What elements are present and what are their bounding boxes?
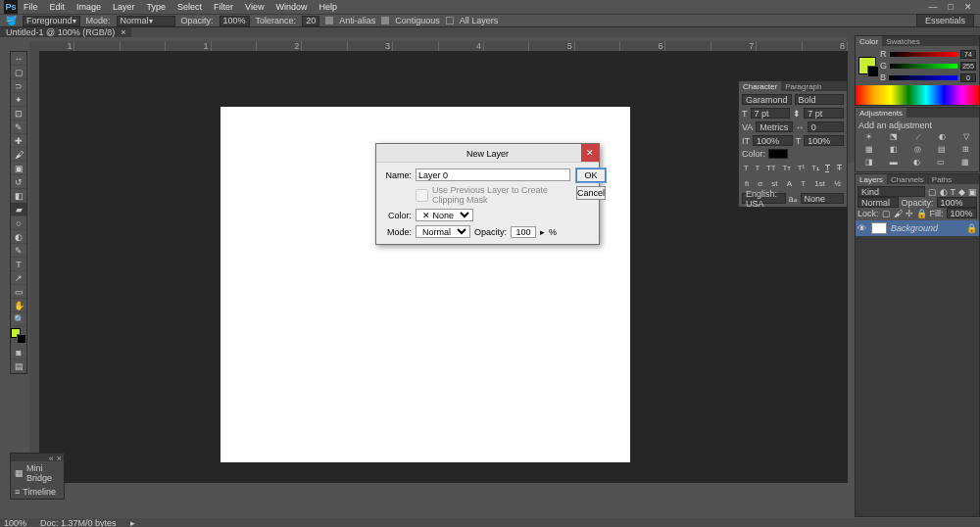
antialias-checkbox[interactable] bbox=[325, 17, 333, 24]
tab-swatches[interactable]: Swatches bbox=[882, 36, 924, 46]
tab-layers[interactable]: Layers bbox=[856, 174, 887, 184]
move-tool[interactable]: ↔ bbox=[11, 52, 26, 66]
adj-brightness-icon[interactable]: ☀ bbox=[865, 132, 872, 141]
layer-opacity-input[interactable] bbox=[511, 226, 536, 238]
adj-exposure-icon[interactable]: ◐ bbox=[939, 132, 946, 141]
filter-img-icon[interactable]: ▢ bbox=[928, 187, 937, 197]
dodge-tool[interactable]: ◐ bbox=[11, 230, 26, 244]
opacity-stepper[interactable]: ▸ bbox=[540, 227, 545, 237]
history-brush-tool[interactable]: ↺ bbox=[11, 175, 26, 189]
contiguous-checkbox[interactable] bbox=[381, 17, 389, 24]
menu-type[interactable]: Type bbox=[147, 2, 167, 12]
layer-lock-icon[interactable]: 🔒 bbox=[966, 223, 977, 233]
color-swatches[interactable] bbox=[11, 328, 26, 344]
char-color-swatch[interactable] bbox=[768, 149, 788, 159]
document-tab[interactable]: Untitled-1 @ 100% (RGB/8) × bbox=[0, 27, 131, 37]
adj-invert-icon[interactable]: ◨ bbox=[865, 158, 873, 167]
path-tool[interactable]: ↗ bbox=[11, 271, 26, 285]
tracking-dropdown[interactable]: 0 bbox=[808, 121, 844, 132]
shape-tool[interactable]: ▭ bbox=[11, 285, 26, 299]
menu-view[interactable]: View bbox=[245, 2, 264, 12]
eyedropper-tool[interactable]: ✎ bbox=[11, 120, 26, 134]
doc-info-arrow[interactable]: ▸ bbox=[130, 518, 135, 528]
aa-dropdown[interactable]: None bbox=[801, 193, 845, 204]
pen-tool[interactable]: ✎ bbox=[11, 244, 26, 258]
doc-info[interactable]: Doc: 1.37M/0 bytes bbox=[40, 518, 117, 528]
font-style-dropdown[interactable]: Bold bbox=[795, 94, 844, 105]
fill-field[interactable]: 100% bbox=[947, 208, 977, 218]
menu-window[interactable]: Window bbox=[275, 2, 307, 12]
underline-icon[interactable]: T̲ bbox=[825, 164, 830, 172]
bucket-icon[interactable]: 🪣 bbox=[6, 16, 17, 25]
alllayers-checkbox[interactable] bbox=[446, 17, 454, 24]
adj-vibrance-icon[interactable]: ▽ bbox=[963, 132, 969, 141]
vscale-field[interactable]: 100% bbox=[753, 135, 793, 146]
color-ramp[interactable] bbox=[856, 85, 979, 105]
bg-swatch[interactable] bbox=[867, 66, 879, 77]
layer-name[interactable]: Background bbox=[891, 223, 938, 233]
sub-icon[interactable]: T₁ bbox=[811, 164, 819, 172]
adj-thresh-icon[interactable]: ◐ bbox=[913, 158, 920, 167]
tab-close-icon[interactable]: × bbox=[121, 27, 125, 37]
adj-poster-icon[interactable]: ▬ bbox=[890, 158, 898, 167]
adj-select-icon[interactable]: ▦ bbox=[961, 158, 969, 167]
menu-file[interactable]: File bbox=[24, 2, 38, 12]
fg-swatch[interactable] bbox=[858, 57, 876, 74]
font-size-dropdown[interactable]: 7 pt bbox=[751, 108, 791, 119]
g-value[interactable]: 255 bbox=[960, 62, 976, 71]
bold-icon[interactable]: T bbox=[744, 164, 749, 172]
bucket-tool[interactable]: ▰ bbox=[11, 203, 26, 216]
adj-lookup-icon[interactable]: ⊞ bbox=[962, 145, 969, 154]
collapsed-panel-strip[interactable] bbox=[848, 35, 855, 163]
close-icon[interactable]: ✕ bbox=[962, 2, 974, 12]
lasso-tool[interactable]: ⊃ bbox=[11, 79, 26, 93]
menu-layer[interactable]: Layer bbox=[113, 2, 135, 12]
smallcaps-icon[interactable]: Tт bbox=[782, 164, 791, 172]
lock-pixels-icon[interactable]: 🖌 bbox=[894, 209, 903, 218]
stamp-tool[interactable]: ▣ bbox=[11, 162, 26, 175]
caps-icon[interactable]: TT bbox=[766, 164, 776, 172]
layer-color-dropdown[interactable]: ✕ None bbox=[416, 209, 473, 221]
hscale-field[interactable]: 100% bbox=[804, 135, 844, 146]
dialog-close-button[interactable]: ✕ bbox=[581, 144, 599, 162]
adj-map-icon[interactable]: ▭ bbox=[937, 158, 945, 167]
lock-trans-icon[interactable]: ▢ bbox=[882, 209, 891, 218]
tab-adjustments[interactable]: Adjustments bbox=[856, 108, 906, 118]
cancel-button[interactable]: Cancel bbox=[576, 186, 606, 200]
adj-levels-icon[interactable]: ⬔ bbox=[890, 132, 898, 141]
menu-select[interactable]: Select bbox=[177, 2, 202, 12]
workspace-switcher[interactable]: Essentials bbox=[916, 14, 974, 27]
layer-name-input[interactable] bbox=[416, 168, 570, 181]
tab-character[interactable]: Character bbox=[739, 81, 781, 91]
maximize-icon[interactable]: □ bbox=[945, 2, 956, 12]
strike-icon[interactable]: T̶ bbox=[837, 164, 842, 172]
mini-bridge-tab[interactable]: ▦Mini Bridge bbox=[11, 461, 64, 485]
lock-all-icon[interactable]: 🔒 bbox=[916, 209, 927, 218]
brush-tool[interactable]: 🖌 bbox=[11, 148, 26, 162]
r-value[interactable]: 74 bbox=[960, 50, 976, 59]
timeline-tab[interactable]: ≡Timeline bbox=[11, 485, 64, 499]
layer-row[interactable]: 👁 Background 🔒 bbox=[856, 220, 979, 236]
leading-dropdown[interactable]: 7 pt bbox=[804, 108, 844, 119]
zoom-tool[interactable]: 🔍 bbox=[11, 312, 26, 326]
fill-source-dropdown[interactable]: Foreground ▾ bbox=[23, 16, 80, 26]
tolerance-field[interactable]: 20 bbox=[302, 16, 319, 26]
opacity-field[interactable]: 100% bbox=[220, 16, 250, 26]
r-slider[interactable] bbox=[890, 52, 958, 57]
tab-color[interactable]: Color bbox=[856, 36, 882, 46]
kerning-dropdown[interactable]: Metrics bbox=[756, 121, 792, 132]
wand-tool[interactable]: ✦ bbox=[11, 93, 26, 107]
blur-tool[interactable]: ○ bbox=[11, 216, 26, 230]
eraser-tool[interactable]: ◧ bbox=[11, 189, 26, 203]
adj-mixer-icon[interactable]: ▤ bbox=[938, 145, 946, 154]
quickmask-tool[interactable]: ◙ bbox=[11, 346, 26, 359]
zoom-level[interactable]: 100% bbox=[4, 518, 26, 528]
tab-paragraph[interactable]: Paragraph bbox=[781, 81, 825, 91]
screenmode-tool[interactable]: ▤ bbox=[11, 359, 26, 373]
b-value[interactable]: 0 bbox=[960, 73, 976, 82]
layer-opacity-field[interactable]: 100% bbox=[937, 197, 978, 208]
layer-thumbnail[interactable] bbox=[871, 222, 887, 234]
italic-icon[interactable]: T bbox=[755, 164, 760, 172]
visibility-icon[interactable]: 👁 bbox=[858, 223, 867, 233]
panel-close-icon[interactable]: × bbox=[57, 454, 62, 461]
